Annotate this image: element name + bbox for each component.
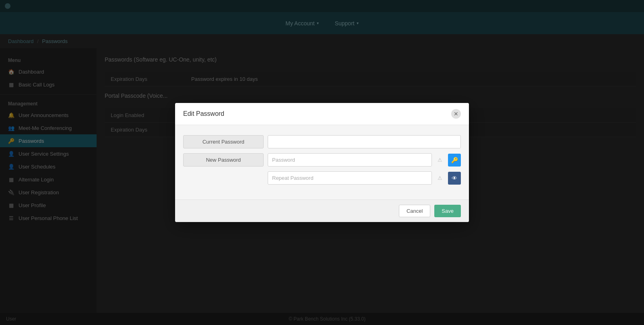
new-password-input-wrapper: ⚠ 🔑 <box>268 153 461 167</box>
modal-header: Edit Password ✕ <box>175 103 469 125</box>
repeat-password-row: ⚠ 👁 <box>183 171 461 185</box>
save-button[interactable]: Save <box>434 205 461 217</box>
current-password-label: Current Password <box>183 135 264 148</box>
edit-password-modal: Edit Password ✕ Current Password New Pas… <box>175 103 469 222</box>
generate-password-button[interactable]: 🔑 <box>448 154 461 167</box>
new-password-input[interactable] <box>268 153 432 167</box>
new-password-label: New Password <box>183 153 264 167</box>
repeat-password-input-wrapper: ⚠ 👁 <box>268 171 461 185</box>
new-password-row: New Password ⚠ 🔑 <box>183 153 461 167</box>
current-password-row: Current Password <box>183 135 461 148</box>
modal-close-button[interactable]: ✕ <box>451 109 461 119</box>
warning-icon: ⚠ <box>434 154 446 167</box>
current-password-input[interactable] <box>268 135 461 148</box>
modal-body: Current Password New Password ⚠ 🔑 <box>175 125 469 200</box>
repeat-password-input[interactable] <box>268 171 432 185</box>
current-password-input-wrapper <box>268 135 461 148</box>
cancel-button[interactable]: Cancel <box>399 205 430 217</box>
modal-overlay: Edit Password ✕ Current Password New Pas… <box>0 0 644 325</box>
modal-footer: Cancel Save <box>175 200 469 222</box>
modal-title: Edit Password <box>183 110 224 117</box>
toggle-password-button[interactable]: 👁 <box>448 172 461 185</box>
repeat-warning-icon: ⚠ <box>434 172 446 185</box>
